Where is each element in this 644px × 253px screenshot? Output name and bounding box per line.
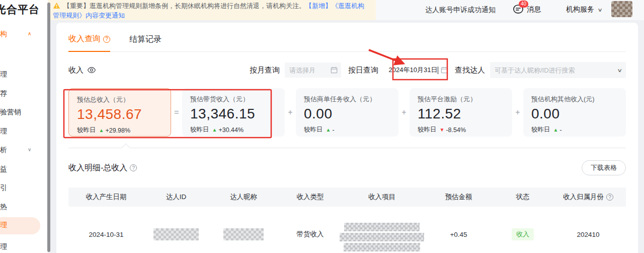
chevron-down-icon: ∨ <box>598 7 603 13</box>
trend-up-icon <box>212 127 217 133</box>
income-section-label: 收入 <box>68 66 84 75</box>
tab-bar: 收入查询 ? 结算记录 <box>68 23 626 52</box>
agency-service-menu[interactable]: 机构服务 ∨ <box>566 5 602 14</box>
text-cursor <box>438 67 438 74</box>
logo-zone: 光合平台 <box>0 0 48 20</box>
trend-down-icon <box>440 127 445 133</box>
income-detail-table: 收入产生日期 达人ID 达人昵称 收入类型 收入项目 预估金额 状态 收入归属月… <box>68 187 626 253</box>
by-day-label: 按日查询 <box>348 66 378 75</box>
sidebar-item-label: 构 <box>0 30 7 38</box>
help-icon[interactable]: ? <box>103 36 110 43</box>
agency-service-label: 机构服务 <box>566 5 594 14</box>
trend-up-icon <box>99 128 104 133</box>
card-total-income[interactable]: 预估总收入（元） 13,458.67 较昨日+29.98% <box>68 88 171 137</box>
table-header-row: 收入产生日期 达人ID 达人昵称 收入类型 收入项目 预估金额 状态 收入归属月… <box>68 187 626 207</box>
sidebar-item-7[interactable]: 引 <box>0 182 7 193</box>
chevron-up-icon: ∧ <box>28 29 31 39</box>
message-label: 消息 <box>527 5 541 14</box>
plus-operator: + <box>398 88 410 137</box>
plus-operator: + <box>512 88 523 137</box>
section-divider <box>68 148 626 148</box>
cell-date: 2024-10-31 <box>68 207 144 253</box>
equals-operator: = <box>171 88 182 137</box>
task-income-value: 0.00 <box>304 106 390 122</box>
top-bar: 光合平台 【重要】逛逛机构管理规则新增条例，长期休眠机构将进行自然清退，请机构关… <box>0 0 644 20</box>
sidebar-item-6[interactable]: 益 <box>0 164 7 174</box>
appeal-notice-text[interactable]: 达人账号申诉成功通知 <box>425 6 496 15</box>
cell-month: 202410 <box>550 207 626 253</box>
tab-income-query[interactable]: 收入查询 ? <box>68 34 110 52</box>
by-month-label: 按月查询 <box>250 66 280 75</box>
day-picker-input[interactable]: 2024年10月31日 <box>388 62 439 78</box>
card-task-income[interactable]: 预估商单任务收入（元） 0.00 较昨日- <box>296 88 398 137</box>
month-picker <box>285 62 341 78</box>
detail-header: 收入明细-总收入 ? 下载表格 <box>68 160 626 175</box>
card-commerce-income[interactable]: 预估带货收入（元） 13,346.15 较昨日+30.44% <box>182 88 285 137</box>
card-other-income[interactable]: 预估机构其他收入(元) 0.00 较昨日- <box>523 88 626 137</box>
sidebar-item-3[interactable]: 验营销 <box>0 107 21 117</box>
sidebar-item-8[interactable]: 热 <box>0 202 7 212</box>
warning-icon <box>53 2 60 11</box>
status-badge: 收入 <box>512 228 534 240</box>
talent-search: ∨ <box>490 62 626 78</box>
tab-settlement-record[interactable]: 结算记录 <box>129 34 162 51</box>
table-row: 2024-10-31 带货收入 +0.45 收入 202410 <box>68 207 626 253</box>
main-panel: 收入查询 ? 结算记录 收入 按月查询 按日查询 2024年10月31日 查找达… <box>56 23 638 253</box>
talent-search-input[interactable] <box>490 62 626 78</box>
selected-card-notch <box>122 144 130 152</box>
sidebar-item-2[interactable]: 荐 <box>0 88 7 98</box>
sidebar-item-group-closed[interactable]: 析 ∨ <box>0 145 7 155</box>
filter-row: 收入 按月查询 按日查询 2024年10月31日 查找达人 ∨ <box>68 62 626 78</box>
income-cards: 预估总收入（元） 13,458.67 较昨日+29.98% = 预估带货收入（元… <box>68 88 626 137</box>
platform-incentive-value: 112.52 <box>418 106 504 122</box>
chevron-down-icon: ∨ <box>28 145 31 155</box>
sidebar-item-4[interactable]: 理 <box>0 126 7 136</box>
notice-bar: 【重要】逛逛机构管理规则新增条例，长期休眠机构将进行自然清退，请机构关注。【新增… <box>48 0 376 20</box>
message-count-badge: 40 <box>519 1 528 8</box>
cell-talent-id <box>144 207 208 253</box>
avatar[interactable] <box>611 1 632 17</box>
trend-up-icon <box>326 127 331 133</box>
sidebar-item-active[interactable]: 理 <box>0 217 40 234</box>
find-talent-label: 查找达人 <box>455 66 485 75</box>
cell-talent-nickname <box>208 207 279 253</box>
redacted-id-mosaic <box>153 228 199 240</box>
sidebar-item-group-open[interactable]: 构 ∧ <box>0 29 7 39</box>
messages-button[interactable]: 40 消息 <box>513 4 541 15</box>
sidebar: 构 ∧ 理 荐 验营销 理 析 ∨ 益 引 热 理 理 <box>0 20 48 253</box>
redacted-project-mosaic <box>340 223 424 253</box>
total-income-value: 13,458.67 <box>77 106 163 122</box>
top-right-zone: 达人账号申诉成功通知 40 消息 机构服务 ∨ <box>376 0 644 20</box>
plus-operator: + <box>285 88 296 137</box>
notice-text: 【重要】逛逛机构管理规则新增条例，长期休眠机构将进行自然清退，请机构关注。 <box>63 2 305 10</box>
vertical-scrollbar[interactable] <box>47 3 50 252</box>
help-icon[interactable]: ? <box>130 164 137 171</box>
sidebar-item-1[interactable]: 理 <box>0 69 7 79</box>
eye-icon[interactable] <box>87 66 96 74</box>
cell-income-type: 带货收入 <box>279 207 342 253</box>
cell-income-project <box>342 207 422 253</box>
sidebar-item-10[interactable]: 理 <box>0 241 7 251</box>
platform-logo: 光合平台 <box>0 0 40 19</box>
trend-up-icon <box>553 127 558 133</box>
help-icon[interactable]: ? <box>606 194 613 201</box>
cell-status: 收入 <box>495 207 550 253</box>
other-income-value: 0.00 <box>531 106 618 122</box>
cell-amount: +0.45 <box>422 207 495 253</box>
detail-title: 收入明细-总收入 ? <box>68 163 137 173</box>
month-picker-input[interactable] <box>285 62 341 78</box>
commerce-income-value: 13,346.15 <box>190 106 277 122</box>
redacted-nickname-mosaic <box>223 228 264 240</box>
card-platform-incentive[interactable]: 预估平台激励（元） 112.52 较昨日-8.54% <box>410 88 512 137</box>
calendar-icon <box>441 67 448 74</box>
download-table-button[interactable]: 下载表格 <box>582 160 626 175</box>
message-bubble-icon: 40 <box>513 4 524 15</box>
